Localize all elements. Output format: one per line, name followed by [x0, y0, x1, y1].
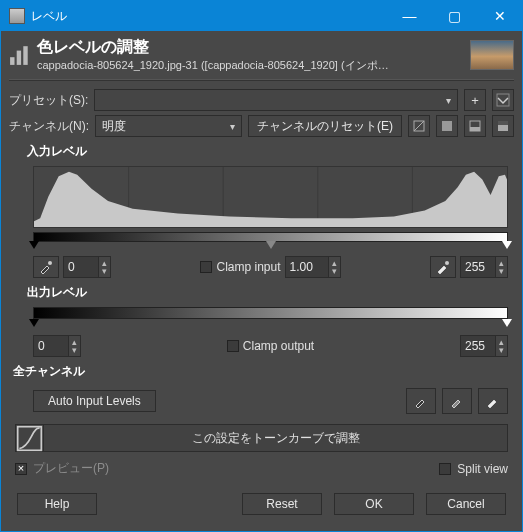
svg-rect-3 [497, 94, 509, 106]
input-gamma-field[interactable]: 1.00▴▾ [285, 256, 341, 278]
channel-icon-4[interactable] [492, 115, 514, 137]
preview-checkbox[interactable] [15, 463, 27, 475]
levels-dialog: レベル — ▢ ✕ 色レベルの調整 cappadocia-805624_1920… [0, 0, 523, 532]
svg-point-16 [445, 261, 449, 265]
channel-value: 明度 [102, 118, 126, 135]
all-channels-label: 全チャンネル [13, 363, 514, 380]
minimize-button[interactable]: — [387, 1, 432, 31]
reset-button[interactable]: Reset [242, 493, 322, 515]
channel-row: チャンネル(N): 明度 ▾ チャンネルのリセット(E) [9, 115, 514, 137]
svg-rect-2 [23, 46, 27, 65]
spinner-icon[interactable]: ▴▾ [495, 257, 507, 277]
preset-row: プリセット(S): ▾ + [9, 89, 514, 111]
pick-black-point[interactable] [33, 256, 59, 278]
all-channels-row: Auto Input Levels [33, 388, 508, 414]
pick-white-all[interactable] [478, 388, 508, 414]
spinner-icon[interactable]: ▴▾ [68, 336, 80, 356]
preset-select[interactable]: ▾ [94, 89, 458, 111]
levels-icon [9, 44, 31, 66]
spinner-icon[interactable]: ▴▾ [98, 257, 110, 277]
channel-label: チャンネル(N): [9, 118, 89, 135]
svg-rect-10 [498, 121, 508, 125]
dialog-header: 色レベルの調整 cappadocia-805624_1920.jpg-31 ([… [9, 37, 514, 73]
dialog-title: 色レベルの調整 [37, 37, 464, 58]
clamp-input-checkbox[interactable] [200, 261, 212, 273]
help-button[interactable]: Help [17, 493, 97, 515]
input-high-field[interactable]: 255▴▾ [460, 256, 508, 278]
ok-button[interactable]: OK [334, 493, 414, 515]
channel-icon-1[interactable] [408, 115, 430, 137]
svg-rect-6 [442, 121, 452, 131]
input-gamma-handle[interactable] [266, 241, 276, 249]
pick-gray-all[interactable] [442, 388, 472, 414]
svg-rect-1 [17, 51, 21, 65]
clamp-output-checkbox[interactable] [227, 340, 239, 352]
preview-row: プレビュー(P) Split view [15, 460, 508, 477]
input-black-handle[interactable] [29, 241, 39, 249]
dialog-subtitle: cappadocia-805624_1920.jpg-31 ([cappadoc… [37, 58, 397, 73]
split-view-checkbox[interactable] [439, 463, 451, 475]
clamp-input-label: Clamp input [216, 260, 280, 274]
app-icon [9, 8, 25, 24]
output-high-field[interactable]: 255▴▾ [460, 335, 508, 357]
preset-menu-button[interactable] [492, 89, 514, 111]
image-thumbnail [470, 40, 514, 70]
channel-select[interactable]: 明度 ▾ [95, 115, 242, 137]
svg-rect-0 [10, 57, 14, 65]
pick-black-all[interactable] [406, 388, 436, 414]
svg-rect-8 [470, 127, 480, 131]
titlebar: レベル — ▢ ✕ [1, 1, 522, 31]
output-white-handle[interactable] [502, 319, 512, 327]
clamp-output-label: Clamp output [243, 339, 314, 353]
preset-add-button[interactable]: + [464, 89, 486, 111]
input-low-field[interactable]: 0▴▾ [63, 256, 111, 278]
channel-reset-button[interactable]: チャンネルのリセット(E) [248, 115, 402, 137]
preview-label: プレビュー(P) [33, 460, 109, 477]
footer: Help Reset OK Cancel [9, 485, 514, 523]
output-levels-label: 出力レベル [27, 284, 514, 301]
split-view-label: Split view [457, 462, 508, 476]
output-low-field[interactable]: 0▴▾ [33, 335, 81, 357]
auto-button[interactable]: Auto Input Levels [33, 390, 156, 412]
output-values-row: 0▴▾ Clamp output 255▴▾ [33, 335, 508, 357]
histogram [33, 166, 508, 228]
input-values-row: 0▴▾ Clamp input 1.00▴▾ 255▴▾ [33, 256, 508, 278]
svg-line-5 [414, 121, 424, 131]
channel-icon-3[interactable] [464, 115, 486, 137]
maximize-button[interactable]: ▢ [432, 1, 477, 31]
input-levels-label: 入力レベル [27, 143, 514, 160]
spinner-icon[interactable]: ▴▾ [328, 257, 340, 277]
input-white-handle[interactable] [502, 241, 512, 249]
spinner-icon[interactable]: ▴▾ [495, 336, 507, 356]
tone-curve-label: この設定をトーンカーブで調整 [44, 426, 507, 451]
channel-icon-2[interactable] [436, 115, 458, 137]
cancel-button[interactable]: Cancel [426, 493, 506, 515]
separator [9, 79, 514, 81]
window-title: レベル [31, 8, 387, 25]
curve-icon [16, 425, 44, 451]
tone-curve-button[interactable]: この設定をトーンカーブで調整 [15, 424, 508, 452]
input-slider[interactable] [33, 232, 508, 242]
chevron-down-icon: ▾ [230, 121, 235, 132]
svg-point-15 [48, 261, 52, 265]
output-slider[interactable] [33, 307, 508, 319]
chevron-down-icon: ▾ [446, 95, 451, 106]
output-black-handle[interactable] [29, 319, 39, 327]
pick-white-point[interactable] [430, 256, 456, 278]
preset-label: プリセット(S): [9, 92, 88, 109]
close-button[interactable]: ✕ [477, 1, 522, 31]
